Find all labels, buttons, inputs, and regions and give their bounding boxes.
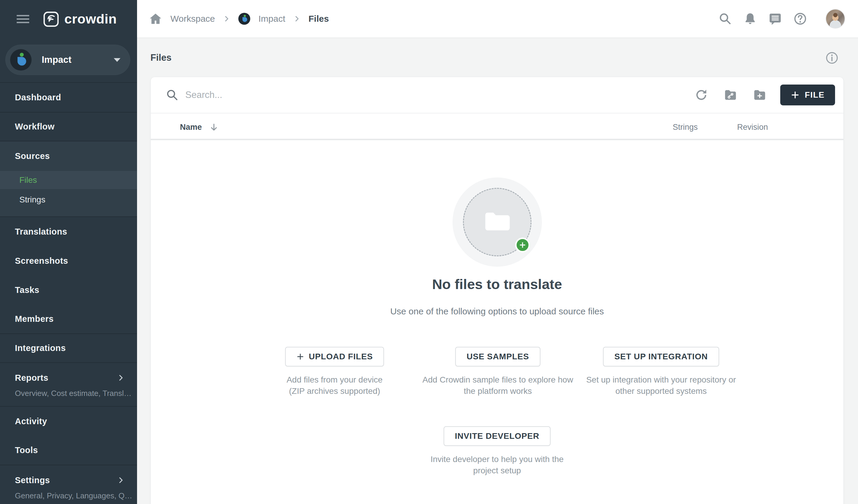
topbar: Workspace Impact Files <box>137 0 858 38</box>
sidebar-group-sources: Sources Files Strings <box>0 141 137 216</box>
sidebar-item-translations[interactable]: Translations <box>0 217 137 246</box>
sidebar-item-sources[interactable]: Sources <box>0 142 137 171</box>
folder-add-icon[interactable] <box>753 88 766 102</box>
notifications-bell-icon[interactable] <box>743 12 757 26</box>
sidebar-item-strings[interactable]: Strings <box>0 189 137 210</box>
sort-descending-icon <box>209 123 218 132</box>
breadcrumb-current-page: Files <box>308 14 329 24</box>
search-icon[interactable] <box>718 12 732 26</box>
sidebar-item-label: Reports <box>15 373 48 383</box>
sidebar-item-label: Sources <box>15 151 50 161</box>
search-input[interactable] <box>185 90 679 100</box>
page-title: Files <box>150 52 172 63</box>
files-toolbar: FILE <box>151 77 843 113</box>
sidebar-item-reports[interactable]: Reports Overview, Cost estimate, Transl… <box>0 362 137 406</box>
search-icon <box>165 88 179 101</box>
sidebar-item-screenshots[interactable]: Screenshots <box>0 246 137 275</box>
crowdin-app: crowdin Impact Dashboard <box>0 0 858 504</box>
sidebar-item-integrations[interactable]: Integrations <box>0 334 137 362</box>
files-card: FILE Name Strings Revision <box>150 77 844 504</box>
sidebar-item-label: Members <box>15 314 54 324</box>
chevron-right-icon <box>117 374 125 381</box>
chevron-right-icon <box>117 477 125 484</box>
empty-state-subtitle: Use one of the following options to uplo… <box>151 306 843 316</box>
sidebar-item-tools[interactable]: Tools <box>0 436 137 465</box>
breadcrumb: Workspace Impact Files <box>149 13 329 25</box>
sidebar-item-label: Activity <box>15 417 47 426</box>
help-icon[interactable] <box>793 12 807 26</box>
sidebar-header: crowdin <box>0 0 137 38</box>
sidebar-item-files[interactable]: Files <box>0 171 137 189</box>
breadcrumb-workspace[interactable]: Workspace <box>170 14 215 24</box>
column-header-strings: Strings <box>673 114 698 140</box>
sidebar-item-label: Workflow <box>15 122 54 132</box>
sidebar-item-members[interactable]: Members <box>0 305 137 334</box>
invite-developer-action: INVITE DEVELOPER Invite developer to hel… <box>151 426 843 476</box>
info-icon[interactable] <box>825 51 839 65</box>
sidebar-item-label: Settings <box>15 475 50 485</box>
crowdin-logo[interactable]: crowdin <box>43 11 117 27</box>
setup-integration-action: SET UP INTEGRATION Set up integration wi… <box>566 347 757 397</box>
main-content: Files <box>137 39 858 504</box>
folder-icon <box>483 209 512 232</box>
sidebar-item-tasks[interactable]: Tasks <box>0 275 137 305</box>
sidebar-item-label: Translations <box>15 227 67 237</box>
add-files-badge-icon <box>515 238 530 253</box>
use-samples-description: Add Crowdin sample files to explore how … <box>402 374 593 397</box>
files-table-header: Name Strings Revision <box>151 114 843 140</box>
chevron-right-icon <box>223 15 230 22</box>
column-header-revision: Revision <box>737 114 768 140</box>
messages-chat-icon[interactable] <box>768 12 782 26</box>
caret-down-icon <box>113 58 121 62</box>
add-file-button[interactable]: FILE <box>780 84 835 105</box>
plus-icon <box>297 353 304 360</box>
project-name: Impact <box>42 54 113 65</box>
sidebar-nav: Dashboard Workflow Sources Files Strings <box>0 82 137 504</box>
use-samples-button[interactable]: USE SAMPLES <box>455 347 540 367</box>
invite-developer-button[interactable]: INVITE DEVELOPER <box>444 426 551 446</box>
sidebar-item-workflow[interactable]: Workflow <box>0 113 137 141</box>
sidebar: crowdin Impact Dashboard <box>0 0 137 504</box>
sidebar-item-label: Files <box>19 175 37 185</box>
sidebar-item-label: Tasks <box>15 285 39 295</box>
sidebar-item-settings[interactable]: Settings General, Privacy, Languages, Q… <box>0 465 137 504</box>
empty-folder-illustration <box>452 177 542 267</box>
column-header-name[interactable]: Name <box>180 114 218 140</box>
empty-state-title: No files to translate <box>151 276 843 292</box>
refresh-icon[interactable] <box>695 88 708 102</box>
crowdin-wordmark: crowdin <box>64 11 117 27</box>
project-avatar <box>10 49 32 70</box>
sidebar-item-label: Screenshots <box>15 256 68 266</box>
sidebar-item-subtitle: Overview, Cost estimate, Transl… <box>0 387 137 400</box>
sidebar-item-dashboard[interactable]: Dashboard <box>0 83 137 112</box>
invite-developer-description: Invite developer to help you with the pr… <box>151 454 843 476</box>
upload-files-button[interactable]: UPLOAD FILES <box>285 347 384 367</box>
topbar-actions <box>718 9 845 29</box>
sidebar-item-label: Integrations <box>15 343 66 353</box>
upload-files-description: Add files from your device (ZIP archives… <box>239 374 430 397</box>
add-file-button-label: FILE <box>805 90 825 100</box>
user-avatar[interactable] <box>826 9 845 29</box>
crowdin-logo-icon <box>43 11 59 27</box>
home-icon[interactable] <box>149 13 162 25</box>
sidebar-item-subtitle: General, Privacy, Languages, Q… <box>0 489 137 502</box>
sidebar-item-label: Strings <box>19 195 45 205</box>
page-header: Files <box>137 39 858 77</box>
breadcrumb-project-avatar <box>238 13 250 25</box>
upload-files-action: UPLOAD FILES Add files from your device … <box>239 347 430 397</box>
use-samples-action: USE SAMPLES Add Crowdin sample files to … <box>402 347 593 397</box>
plus-icon <box>791 91 799 99</box>
project-selector-zone: Impact <box>0 38 137 82</box>
setup-integration-button[interactable]: SET UP INTEGRATION <box>603 347 719 367</box>
breadcrumb-project[interactable]: Impact <box>259 14 285 24</box>
sidebar-item-activity[interactable]: Activity <box>0 407 137 436</box>
chevron-right-icon <box>294 15 300 22</box>
project-selector[interactable]: Impact <box>5 45 130 75</box>
hamburger-menu-icon[interactable] <box>17 15 29 23</box>
sidebar-item-label: Dashboard <box>15 93 61 102</box>
setup-integration-description: Set up integration with your repository … <box>566 374 757 397</box>
sidebar-item-label: Tools <box>15 445 38 455</box>
folder-branch-icon[interactable] <box>724 88 737 102</box>
